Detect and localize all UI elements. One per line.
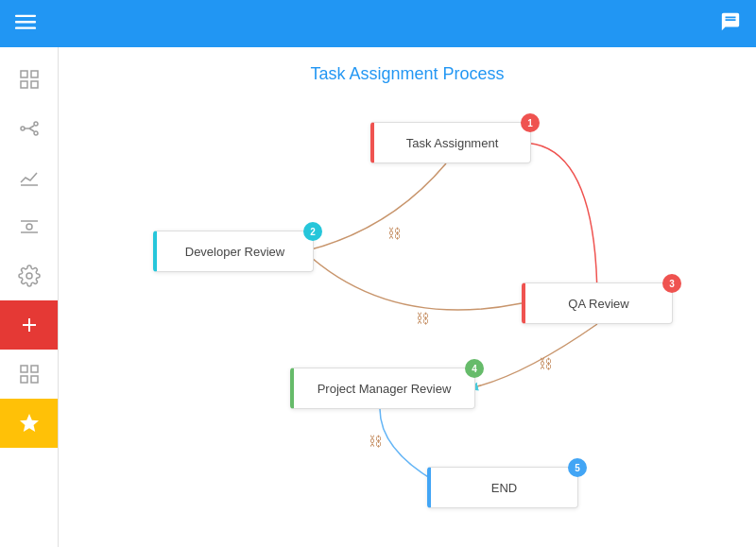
sidebar-item-settings-alt[interactable] bbox=[0, 202, 58, 251]
node-task-assignment[interactable]: Task Assignment 1 bbox=[370, 122, 531, 163]
chat-icon[interactable] bbox=[720, 11, 741, 37]
svg-rect-2 bbox=[15, 26, 36, 28]
svg-rect-3 bbox=[21, 71, 27, 77]
svg-point-11 bbox=[26, 224, 32, 230]
node-task-assignment-label: Task Assignment bbox=[406, 136, 499, 150]
svg-rect-16 bbox=[31, 366, 38, 372]
node-pm-review[interactable]: Project Manager Review 4 bbox=[290, 368, 475, 409]
svg-point-8 bbox=[34, 122, 38, 126]
sidebar-item-add[interactable] bbox=[0, 300, 58, 350]
node-developer-review[interactable]: Developer Review 2 bbox=[153, 231, 314, 272]
flow-diagram: ⛓ ⛓ ⛓ ⛓ Task Assignment 1 Developer Revi… bbox=[59, 94, 756, 541]
svg-rect-18 bbox=[31, 376, 38, 383]
link-icon-1: ⛓ bbox=[387, 226, 401, 241]
node-qa-review[interactable]: QA Review 3 bbox=[522, 282, 673, 324]
node-end[interactable]: END 5 bbox=[427, 467, 578, 508]
sidebar-item-settings[interactable] bbox=[0, 251, 58, 300]
sidebar-item-analytics[interactable] bbox=[0, 153, 58, 202]
sidebar bbox=[0, 47, 59, 547]
svg-rect-4 bbox=[31, 71, 38, 77]
sidebar-item-dashboard[interactable] bbox=[0, 55, 58, 104]
svg-point-9 bbox=[34, 131, 38, 135]
svg-rect-17 bbox=[21, 376, 27, 383]
node-qa-review-label: QA Review bbox=[568, 297, 628, 311]
svg-rect-15 bbox=[21, 366, 27, 372]
sidebar-item-integrations[interactable] bbox=[0, 104, 58, 153]
node-qa-review-badge: 3 bbox=[662, 274, 681, 293]
node-developer-review-label: Developer Review bbox=[185, 245, 285, 259]
svg-rect-5 bbox=[21, 81, 27, 88]
main-layout: Task Assignment Process bbox=[0, 47, 756, 547]
svg-point-7 bbox=[21, 127, 25, 130]
svg-rect-6 bbox=[31, 81, 38, 88]
svg-rect-1 bbox=[15, 21, 36, 23]
sidebar-item-grid[interactable] bbox=[0, 350, 58, 399]
node-developer-review-badge: 2 bbox=[303, 222, 322, 241]
page-title: Task Assignment Process bbox=[59, 47, 756, 94]
node-end-badge: 5 bbox=[568, 458, 587, 477]
sidebar-item-star[interactable] bbox=[0, 399, 58, 448]
menu-icon[interactable] bbox=[15, 11, 36, 37]
node-pm-review-label: Project Manager Review bbox=[318, 382, 452, 396]
svg-rect-0 bbox=[15, 14, 36, 16]
content-area: Task Assignment Process bbox=[59, 47, 756, 547]
node-pm-review-badge: 4 bbox=[465, 359, 484, 378]
link-icon-4: ⛓ bbox=[369, 434, 382, 449]
svg-point-14 bbox=[26, 273, 32, 279]
node-end-label: END bbox=[491, 481, 517, 495]
link-icon-2: ⛓ bbox=[416, 311, 429, 326]
node-task-assignment-badge: 1 bbox=[521, 113, 540, 132]
topbar bbox=[0, 0, 756, 47]
link-icon-3: ⛓ bbox=[539, 356, 552, 371]
